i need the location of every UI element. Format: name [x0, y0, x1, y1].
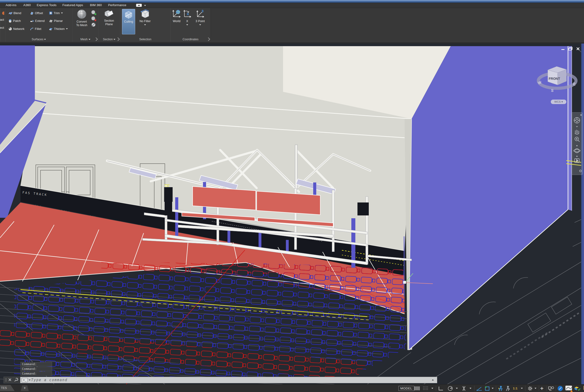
command-history-line: Command:	[20, 362, 52, 366]
no-filter-button[interactable]: No Filter	[136, 9, 154, 26]
autoscale-person-icon	[505, 386, 511, 391]
hardware-accel-icon	[557, 386, 563, 392]
command-input[interactable]: >_ Type a command	[20, 377, 437, 383]
trim-caret[interactable]	[61, 12, 63, 14]
new-layout-tab[interactable]: +	[21, 386, 29, 391]
model-space-button[interactable]: MODEL	[398, 385, 414, 392]
trim-button[interactable]: Trim	[49, 11, 63, 15]
command-close-icon[interactable]	[8, 378, 12, 382]
convert-to-mesh-button[interactable]: ConvertTo Mesh	[74, 9, 89, 27]
menu-addins[interactable]: Add-ins	[6, 3, 16, 8]
trusted-location-button[interactable]	[582, 385, 584, 392]
three-point-button[interactable]: 3 3 Point	[193, 9, 208, 26]
clipped-icon	[0, 11, 4, 15]
minimize-icon[interactable]	[561, 47, 565, 50]
panel-label-selection[interactable]: Selection	[120, 38, 170, 41]
isolate-objects-button[interactable]	[548, 385, 554, 392]
smooth-more-icon[interactable]	[91, 10, 96, 16]
clipped-button-1[interactable]: act	[0, 18, 4, 22]
recent-commands-icon[interactable]	[432, 379, 434, 380]
restore-icon[interactable]	[568, 47, 573, 50]
network-button[interactable]: Network	[8, 27, 24, 30]
menu-featured-apps[interactable]: Featured Apps	[62, 3, 83, 8]
extend-button[interactable]: Extend	[30, 19, 44, 22]
customization-plus-button[interactable]: +	[540, 385, 544, 392]
ortho-button[interactable]	[438, 385, 444, 392]
object-snap-tracking-button[interactable]	[476, 385, 483, 392]
polar-icon	[448, 386, 454, 391]
snap-mode-button[interactable]	[422, 385, 428, 392]
blend-button[interactable]: Blend	[8, 11, 21, 15]
offset-button[interactable]: Offset	[30, 11, 43, 15]
section-plane-icon	[104, 9, 114, 18]
no-filter-caret[interactable]	[144, 24, 146, 26]
snap-caret[interactable]	[432, 385, 433, 392]
export-status-button[interactable]	[574, 385, 581, 392]
autoscale-button[interactable]	[505, 385, 511, 392]
command-bar-handle[interactable]	[4, 377, 20, 383]
command-bar: >_ Type a command	[4, 377, 437, 383]
menu-performance[interactable]: Performance	[108, 3, 126, 8]
osnap-caret[interactable]	[492, 385, 494, 392]
smooth-less-icon[interactable]	[91, 16, 96, 22]
annotation-scale-button[interactable]: 1:1	[513, 385, 518, 392]
section-plane-button[interactable]: SectionPlane	[102, 9, 116, 26]
zoom-icon[interactable]	[575, 137, 580, 142]
workspace-caret[interactable]	[534, 385, 536, 392]
wcs-selector[interactable]: WCS ▾	[551, 100, 566, 104]
menu-a360[interactable]: A360	[23, 3, 31, 8]
menu-express-tools[interactable]: Express Tools	[37, 3, 56, 8]
polar-tracking-button[interactable]	[448, 385, 454, 392]
status-bar: TES + MODEL 1:1	[0, 384, 584, 392]
title-bar[interactable]	[0, 0, 584, 3]
polar-caret[interactable]	[456, 385, 458, 392]
grid-icon	[414, 386, 420, 391]
viewcube-front-label[interactable]: FRONT	[549, 77, 560, 80]
orbit-icon[interactable]	[574, 148, 580, 153]
ribbon-display-caret[interactable]	[144, 5, 146, 6]
trim-icon	[49, 11, 52, 15]
no-filter-icon	[140, 9, 150, 18]
layout-tab[interactable]: TES	[0, 385, 14, 391]
command-prompt-caret[interactable]	[29, 380, 30, 381]
grip-dots-icon[interactable]	[5, 378, 7, 382]
command-prompt-icon[interactable]: >_	[22, 378, 28, 382]
panel-label-surfaces[interactable]: Surfaces	[5, 38, 72, 41]
annotation-visibility-button[interactable]	[497, 385, 504, 392]
close-icon[interactable]	[576, 47, 580, 50]
culling-button[interactable]: Culling	[122, 9, 135, 34]
x-ucs-caret[interactable]	[186, 24, 188, 26]
planar-button[interactable]: Planar	[49, 19, 63, 22]
panel-label-coordinates[interactable]: Coordinates	[170, 38, 210, 41]
isodraft-button[interactable]	[461, 385, 467, 392]
navigation-wheel-icon[interactable]	[574, 118, 580, 123]
pan-hand-icon[interactable]	[575, 130, 579, 134]
grid-display-button[interactable]	[414, 385, 420, 392]
graphics-performance-button[interactable]	[565, 385, 572, 392]
menu-bim360[interactable]: BIM 360	[90, 3, 102, 8]
three-point-caret[interactable]	[199, 24, 201, 26]
navbar-close-icon[interactable]	[580, 114, 582, 116]
x-ucs-button[interactable]: X X	[183, 9, 192, 26]
hardware-acceleration-button[interactable]	[557, 385, 563, 392]
patch-button[interactable]: Patch	[8, 19, 21, 22]
showmotion-icon[interactable]	[574, 159, 579, 162]
thicken-caret[interactable]	[66, 28, 68, 30]
thicken-button[interactable]: Thicken	[49, 27, 68, 30]
object-snap-button[interactable]	[484, 385, 490, 392]
command-customize-icon[interactable]	[14, 378, 18, 382]
ribbon-display-icon[interactable]	[136, 4, 142, 7]
navbar-customize-icon[interactable]	[580, 170, 582, 172]
isolate-icon	[548, 386, 554, 391]
isodraft-caret[interactable]	[470, 385, 472, 392]
workspace-switching-button[interactable]	[527, 385, 533, 392]
world-ucs-button[interactable]: World	[172, 9, 182, 23]
annotation-person-icon	[497, 386, 504, 391]
isodraft-icon	[461, 386, 467, 391]
fillet-button[interactable]: Fillet	[30, 27, 41, 30]
scale-caret[interactable]	[521, 385, 523, 392]
drawing-viewport[interactable]: W S E FRONT WCS ▾	[0, 44, 584, 384]
clipped-button-2[interactable]: ect	[0, 26, 4, 30]
navbar-caret-icon[interactable]	[576, 126, 578, 127]
refine-mesh-icon[interactable]	[91, 22, 96, 28]
